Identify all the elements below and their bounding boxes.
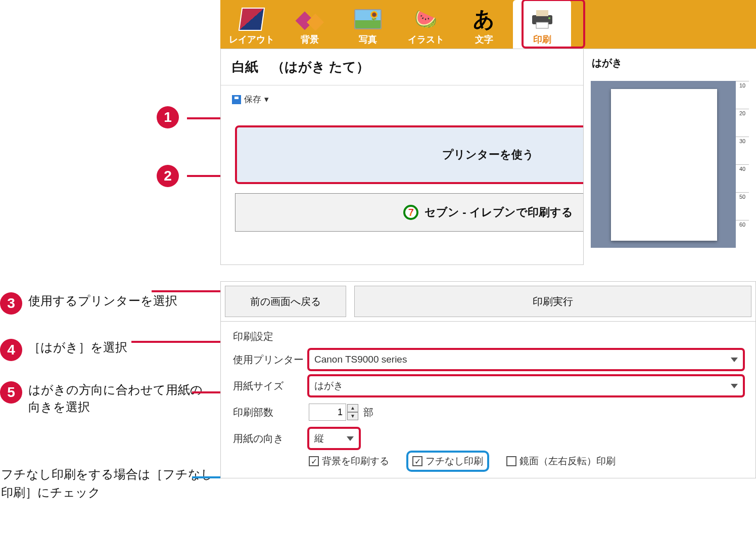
- callout-number-4: 4: [0, 339, 22, 361]
- tab-label: 印刷: [533, 33, 551, 46]
- ruler-tick: 50: [736, 192, 749, 220]
- tab-illustration[interactable]: 🍉 イラスト: [397, 0, 455, 49]
- annotations: 1 2 3 使用するプリンターを選択 4 ［はがき］を選択 5 はがきの方向に合…: [0, 106, 212, 439]
- select-value: はがき: [314, 379, 343, 392]
- row-paper-size: 用紙サイズ はがき: [233, 374, 743, 398]
- save-button[interactable]: 保存 ▾: [232, 94, 269, 105]
- callout-number-5: 5: [0, 381, 22, 404]
- callout-number-3: 3: [0, 292, 22, 315]
- callout-number-1: 1: [157, 106, 179, 128]
- tab-label: 背景: [301, 33, 319, 46]
- chevron-down-icon: [731, 358, 738, 362]
- printer-select[interactable]: Canon TS9000 series: [309, 349, 743, 370]
- tab-label: イラスト: [408, 33, 444, 46]
- preview-canvas: 10 20 30 40 50 60: [591, 81, 749, 248]
- layout-icon: [238, 8, 264, 31]
- checkbox-row: ✓ 背景を印刷する ✓ フチなし印刷 鏡面（左右反転）印刷: [309, 454, 743, 469]
- callout-3: 3 使用するプリンターを選択: [0, 292, 212, 315]
- paper-size-select[interactable]: はがき: [309, 376, 743, 396]
- callout-5: 5 はがきの方向に合わせて用紙の向きを選択: [0, 381, 212, 415]
- preview-pane: はがき 10 20 30 40 50 60: [583, 49, 756, 265]
- text-icon: あ: [469, 7, 499, 31]
- back-button[interactable]: 前の画面へ戻る: [225, 286, 346, 317]
- app-window: レイアウト 背景 写真 🍉 イラスト あ 文字 印刷 白紙 （はがき たて）: [220, 0, 756, 478]
- checkbox-icon: [506, 456, 516, 466]
- copies-label: 印刷部数: [233, 406, 309, 419]
- orientation-label: 用紙の向き: [233, 432, 309, 446]
- footnote-borderless: フチなし印刷をする場合は［フチなし印刷］にチェック: [1, 465, 213, 502]
- select-value: 縦: [314, 432, 324, 445]
- callout-text-5: はがきの方向に合わせて用紙の向きを選択: [28, 381, 212, 415]
- paper-size-label: 用紙サイズ: [233, 379, 309, 393]
- printer-label: 使用プリンター: [233, 353, 309, 367]
- row-orientation: 用紙の向き 縦: [233, 426, 743, 451]
- settings-actions: 前の画面へ戻る 印刷実行: [221, 282, 755, 322]
- button-label: プリンターを使う: [442, 147, 534, 162]
- printer-icon: [527, 7, 557, 31]
- tab-label: レイアウト: [229, 33, 274, 46]
- tab-bar: レイアウト 背景 写真 🍉 イラスト あ 文字 印刷: [220, 0, 756, 49]
- tab-print[interactable]: 印刷: [513, 0, 571, 49]
- row-copies: 印刷部数 ▲ ▼ 部: [233, 400, 743, 424]
- callout-text-3: 使用するプリンターを選択: [28, 292, 177, 309]
- photo-icon: [354, 9, 382, 29]
- chevron-down-icon: [731, 384, 738, 388]
- ruler-tick: 60: [736, 220, 749, 248]
- ruler-tick: 30: [736, 137, 749, 164]
- tab-background[interactable]: 背景: [280, 0, 339, 49]
- tab-text[interactable]: あ 文字: [455, 0, 513, 49]
- stepper-down-icon[interactable]: ▼: [347, 412, 358, 420]
- checkbox-label: 背景を印刷する: [322, 455, 389, 468]
- tab-label: 文字: [475, 33, 493, 46]
- dropdown-caret-icon: ▾: [264, 94, 269, 105]
- background-icon: [298, 9, 321, 29]
- chevron-down-icon: [347, 436, 354, 441]
- svg-point-3: [548, 17, 550, 19]
- checkbox-label: フチなし印刷: [426, 455, 483, 468]
- checkbox-borderless[interactable]: ✓ フチなし印刷: [409, 454, 486, 469]
- preview-paper: [611, 89, 717, 241]
- ruler-tick: 40: [736, 164, 749, 192]
- preview-title: はがき: [584, 49, 756, 77]
- print-run-button[interactable]: 印刷実行: [354, 286, 751, 317]
- copies-unit: 部: [363, 406, 373, 419]
- button-label: 前の画面へ戻る: [250, 295, 321, 308]
- save-label: 保存: [244, 94, 261, 105]
- checkbox-icon: ✓: [309, 456, 319, 466]
- seven-eleven-icon: 7: [403, 205, 418, 220]
- section-title: 印刷設定: [233, 330, 743, 343]
- ruler-tick: 10: [736, 81, 749, 109]
- svg-rect-2: [536, 22, 548, 28]
- illustration-icon: 🍉: [411, 7, 441, 31]
- tab-photo[interactable]: 写真: [339, 0, 397, 49]
- checkbox-label: 鏡面（左右反転）印刷: [519, 455, 616, 468]
- tab-layout[interactable]: レイアウト: [222, 0, 280, 49]
- select-value: Canon TS9000 series: [314, 354, 407, 365]
- checkbox-icon: ✓: [412, 456, 422, 466]
- svg-rect-1: [536, 10, 548, 16]
- button-label: 印刷実行: [533, 295, 573, 308]
- row-printer: 使用プリンター Canon TS9000 series: [233, 347, 743, 372]
- checkbox-mirror[interactable]: 鏡面（左右反転）印刷: [506, 455, 616, 468]
- ruler-vertical: 10 20 30 40 50 60: [736, 81, 749, 248]
- callout-text-4: ［はがき］を選択: [28, 339, 127, 356]
- orientation-select[interactable]: 縦: [309, 428, 359, 449]
- callout-number-2: 2: [157, 165, 179, 187]
- panel-print-settings: 前の画面へ戻る 印刷実行 印刷設定 使用プリンター Canon TS9000 s…: [220, 281, 756, 478]
- ruler-tick: 20: [736, 109, 749, 137]
- copies-input[interactable]: [309, 404, 346, 421]
- tab-label: 写真: [359, 33, 377, 46]
- copies-stepper[interactable]: ▲ ▼: [309, 404, 358, 421]
- save-icon: [232, 95, 241, 104]
- checkbox-print-background[interactable]: ✓ 背景を印刷する: [309, 455, 389, 468]
- stepper-up-icon[interactable]: ▲: [347, 404, 358, 412]
- button-label: セブン - イレブンで印刷する: [424, 205, 573, 220]
